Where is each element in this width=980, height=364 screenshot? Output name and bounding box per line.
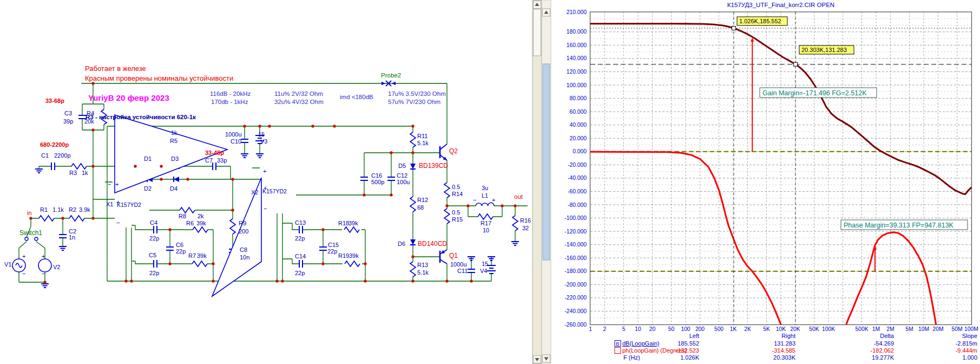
schematic-label: + [492,197,495,203]
schematic-label: R1 [40,206,48,213]
junction-dot [258,125,261,127]
x-axis-tick: 1K [730,326,737,332]
schematic-label: + [116,199,120,205]
plot-scrollbar[interactable] [542,0,551,364]
junction-dot [281,280,284,282]
schematic-label: C14 [295,253,306,259]
junction-dot [91,217,94,219]
table-header: Right [781,333,795,339]
schematic-label: + [264,185,267,191]
schematic-label: D6 [398,240,405,247]
y-axis-tick: 40.000 [570,122,587,128]
schematic-label: R17 [481,220,491,226]
schematic-label: 15 [258,131,265,138]
x-axis-tick: 100K [822,326,835,332]
schematic-label: Q1 [449,252,458,259]
y-axis-tick: -40.000 [568,175,587,181]
cursor-handle[interactable] [794,62,798,66]
junction-dot [29,217,32,219]
junction-dot [91,165,94,167]
table-cell: 131.283 [774,340,795,347]
junction-dot [168,262,171,265]
schematic-label: R19 [338,252,349,259]
table-row-label: F (Hz) [623,354,640,361]
cursor-value-text: 20.303K,131.283 [801,47,847,53]
table-cell: -9.444m [956,347,977,354]
schematic-label: D1 [144,155,152,162]
junction-dot [311,125,314,127]
y-axis-tick: 120.000 [567,69,587,75]
junction-dot [231,178,234,180]
y-axis-tick: 0.000 [573,148,587,154]
junction-dot [43,281,46,283]
schematic-label: 22p [327,248,337,255]
x-axis-tick: 2 [603,326,607,332]
schematic-label: 3.9k [79,206,90,213]
junction-dot [466,204,469,207]
schematic-label: C12 [397,172,407,179]
y-axis-tick: 180.000 [567,29,587,35]
schematic-label: R9 [239,220,246,226]
schematic-label: C16 [371,172,382,179]
table-cell: -182.062 [871,347,894,354]
schematic-label: C15 [328,242,339,248]
microcap-window: Работает в железеКрасным проверены номин… [0,0,980,364]
junction-dot [130,280,133,282]
x-axis-tick: 20 [649,326,656,332]
schematic-label: 39k [196,220,206,226]
scroll-thumb[interactable] [534,9,541,56]
table-cell: 20.303K [773,354,796,361]
junction-dot [243,125,246,127]
junction-dot [321,228,324,231]
schematic-label: R7 [188,252,196,259]
schematic-pane[interactable] [0,0,532,364]
schematic-label: in [27,210,32,216]
x-axis-tick: 1 [589,326,592,332]
schematic-label: 1k [82,170,88,176]
junction-dot [91,128,94,131]
schematic-label: 22p [176,248,186,255]
junction-dot [363,193,365,196]
switch-contact-icon [25,237,28,240]
schematic-label: R2 [69,206,76,213]
x-axis-tick: 50K [809,326,819,332]
x-axis-tick: 100 [681,326,690,332]
y-axis-tick: -180.000 [564,268,587,274]
schematic-label: L1 [482,192,488,199]
schematic-label: R12 [417,197,428,203]
schematic-label: D3 [171,155,179,162]
schematic-label: R6 [186,220,194,226]
schematic-label: + [115,181,119,187]
cursor-handle[interactable] [732,27,735,30]
schematic-label: − [264,205,267,212]
schematic-label: 39p [63,118,73,125]
x-axis-tick: 50M [951,326,962,332]
schematic-label: 170db - 1kHz [211,99,248,105]
schematic-label: C8 [240,246,247,253]
y-axis-tick: -260.000 [564,322,587,328]
y-axis-tick: -140.000 [564,242,587,248]
schematic-label: R11 [417,133,427,139]
junction-dot [124,280,127,282]
schematic-label: − [42,270,45,277]
schematic-label: 500p [371,179,384,185]
schematic-scrollbar[interactable] [532,0,542,364]
y-axis-tick: 160.000 [567,42,587,48]
schematic-label: C5 [149,252,156,258]
junction-dot [134,165,136,167]
schematic-label: C4 [150,219,157,226]
schematic-label: 68 [417,204,424,211]
waveform-icon[interactable] [615,348,621,354]
x-axis-tick: 500K [855,326,868,332]
schematic-label: 39k [197,252,207,259]
x-axis-tick: 5 [622,326,626,332]
schematic-label: Работает в железе [85,64,146,73]
schematic-label: R5 [170,138,177,144]
svg-text:Phase Margin=39.313 FP=947.813: Phase Margin=39.313 FP=947.813K [844,222,954,229]
plot-pane[interactable] [542,0,980,364]
schematic-label: R13 [417,262,428,268]
y-axis-tick: -60.000 [568,188,587,194]
plot-scroll-thumb[interactable] [543,64,550,260]
x-axis-tick: 5K [763,326,770,332]
schematic-label: YuriyB 20 февр 2023 [88,93,169,102]
